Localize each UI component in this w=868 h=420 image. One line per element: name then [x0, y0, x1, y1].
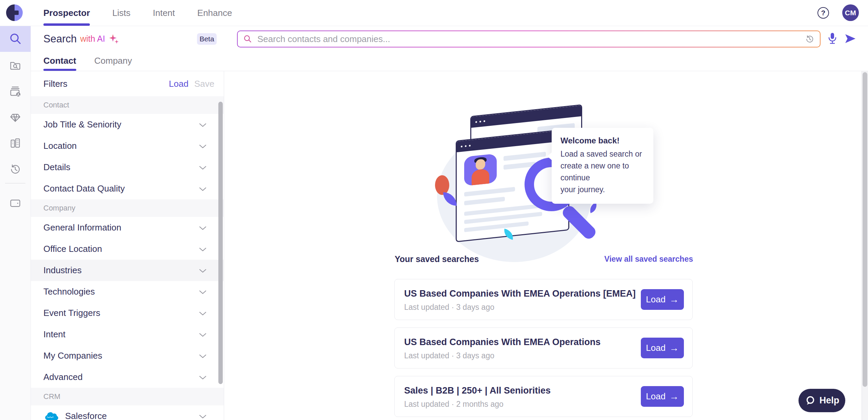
filter-row-intent[interactable]: Intent: [31, 324, 224, 345]
nav-item-intent[interactable]: Intent: [153, 0, 175, 26]
rail-enrichment-button[interactable]: [0, 104, 31, 130]
view-all-saved-searches-link[interactable]: View all saved searches: [395, 255, 693, 264]
chevron-down-icon: [199, 269, 206, 273]
page-title: Search: [43, 33, 77, 45]
page-scrollbar-thumb[interactable]: [863, 72, 867, 387]
filters-panel: Filters Load Save Contact Job Title & Se…: [31, 71, 224, 420]
chevron-down-icon: [199, 415, 206, 419]
rail-contacts-button[interactable]: [0, 78, 31, 104]
load-saved-search-button[interactable]: Load →: [641, 289, 684, 310]
chevron-down-icon: [199, 290, 206, 294]
rail-search-button[interactable]: [0, 26, 31, 52]
sparkle-icon: [108, 34, 119, 44]
tab-company[interactable]: Company: [94, 52, 132, 71]
chat-bubble-icon: [805, 395, 815, 406]
voice-search-button[interactable]: [828, 32, 837, 46]
gem-icon: [9, 111, 22, 124]
help-icon[interactable]: ?: [817, 7, 829, 19]
saved-search-title: Sales | B2B | 250+ | All Seniorities: [404, 385, 551, 396]
search-icon: [243, 35, 252, 43]
arrow-right-icon: →: [669, 295, 679, 304]
chevron-down-icon: [199, 226, 206, 230]
rail-saved-searches-button[interactable]: [0, 52, 31, 78]
filter-row-event-triggers[interactable]: Event Triggers: [31, 302, 224, 324]
filter-row-details[interactable]: Details: [31, 157, 224, 178]
rail-billing-button[interactable]: [0, 190, 31, 216]
welcome-line: your journey.: [560, 184, 645, 196]
chevron-down-icon: [199, 123, 206, 127]
filter-row-contact-data-quality[interactable]: Contact Data Quality: [31, 178, 224, 199]
filter-row-industries[interactable]: Industries: [31, 260, 224, 281]
tab-contact[interactable]: Contact: [43, 52, 76, 71]
filter-row-job-title-seniority[interactable]: Job Title & Seniority: [31, 114, 224, 135]
chevron-down-icon: [199, 187, 206, 191]
welcome-title: Welcome back!: [560, 136, 645, 145]
search-header: Search with AI Beta: [31, 26, 868, 52]
filter-row-general-information[interactable]: General Information: [31, 217, 224, 238]
primary-nav: Prospector Lists Intent Enhance: [43, 0, 232, 26]
rail-history-button[interactable]: [0, 156, 31, 182]
nav-item-prospector[interactable]: Prospector: [43, 0, 90, 26]
search-history-icon[interactable]: [805, 34, 814, 44]
brand-logo[interactable]: [6, 4, 23, 21]
chevron-down-icon: [199, 376, 206, 380]
microphone-icon: [828, 32, 837, 45]
search-icon: [9, 33, 22, 45]
page-title-suffix: with AI: [80, 34, 105, 44]
filters-scrollbar-thumb[interactable]: [218, 102, 223, 384]
rail-divider: [5, 183, 25, 183]
history-icon: [9, 163, 21, 175]
welcome-tooltip: Welcome back! Load a saved search or cre…: [552, 128, 653, 204]
filter-row-office-location[interactable]: Office Location: [31, 238, 224, 260]
saved-search-title: US Based Companies With EMEA Operations …: [404, 288, 636, 299]
chevron-down-icon: [199, 312, 206, 316]
arrow-right-icon: →: [669, 392, 679, 401]
save-filters-link[interactable]: Save: [194, 71, 214, 96]
icon-rail: [0, 26, 31, 420]
saved-search-title: US Based Companies With EMEA Operations: [404, 337, 600, 347]
beta-badge: Beta: [197, 33, 217, 45]
filter-row-salesforce[interactable]: Salesforce: [31, 405, 224, 420]
companies-icon: [9, 137, 22, 149]
saved-search-card: US Based Companies With EMEA Operations …: [394, 327, 693, 368]
arrow-right-icon: →: [669, 343, 679, 353]
saved-search-updated: Last updated · 3 days ago: [404, 303, 494, 312]
nav-item-lists[interactable]: Lists: [112, 0, 130, 26]
entity-tabs: Contact Company: [31, 52, 868, 71]
load-saved-search-button[interactable]: Load →: [641, 386, 684, 407]
rail-companies-button[interactable]: [0, 130, 31, 156]
saved-search-updated: Last updated · 2 months ago: [404, 400, 504, 409]
filter-section-crm: CRM: [31, 388, 224, 405]
filter-section-company: Company: [31, 199, 224, 217]
send-icon: [844, 33, 856, 44]
filter-section-contact: Contact: [31, 96, 224, 114]
submit-search-button[interactable]: [844, 33, 856, 45]
page-scrollbar: [862, 71, 868, 420]
filter-row-location[interactable]: Location: [31, 135, 224, 157]
main-content: Welcome back! Load a saved search or cre…: [224, 71, 862, 420]
illustration-avatar: [464, 154, 497, 186]
chevron-down-icon: [199, 333, 206, 337]
saved-search-updated: Last updated · 3 days ago: [404, 351, 494, 360]
saved-search-card: US Based Companies With EMEA Operations …: [394, 279, 693, 320]
filter-row-advanced[interactable]: Advanced: [31, 366, 224, 388]
filter-row-my-companies[interactable]: My Companies: [31, 345, 224, 366]
contact-cards-icon: [9, 85, 22, 98]
chevron-down-icon: [199, 247, 206, 252]
welcome-line: Load a saved search or: [560, 148, 645, 160]
load-saved-search-button[interactable]: Load →: [641, 338, 684, 358]
filter-row-technologies[interactable]: Technologies: [31, 281, 224, 302]
nav-item-enhance[interactable]: Enhance: [197, 0, 232, 26]
filters-title: Filters: [43, 71, 67, 96]
load-filters-link[interactable]: Load: [169, 71, 189, 96]
ai-search-box: [237, 31, 821, 47]
top-nav: Prospector Lists Intent Enhance ? CM: [0, 0, 868, 26]
avatar[interactable]: CM: [842, 4, 859, 21]
wallet-card-icon: [9, 197, 22, 209]
help-button[interactable]: Help: [798, 389, 845, 412]
search-input[interactable]: [257, 34, 805, 45]
chevron-down-icon: [199, 144, 206, 148]
folder-search-icon: [9, 59, 21, 71]
salesforce-icon: [43, 411, 59, 420]
confetti-red: [435, 175, 449, 195]
